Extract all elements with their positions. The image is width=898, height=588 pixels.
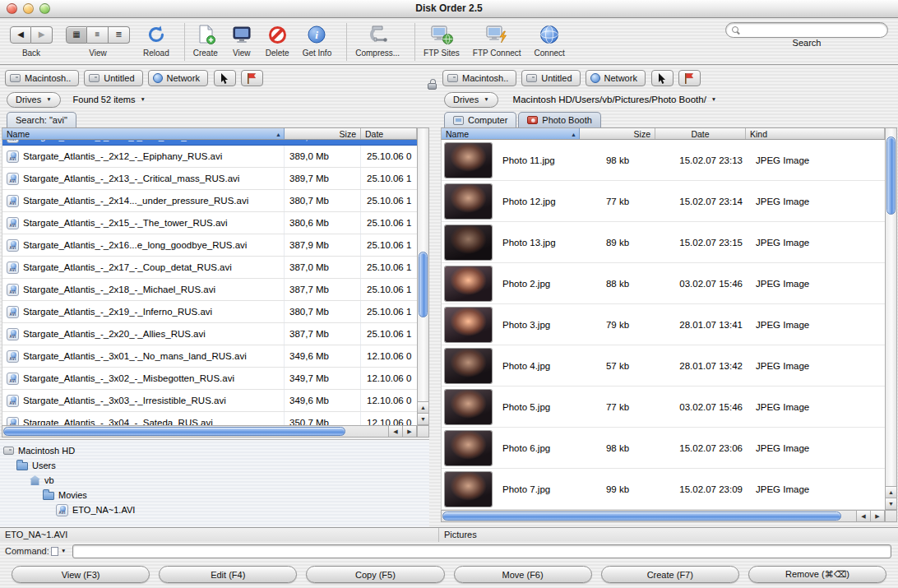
- reload-tool[interactable]: Reload: [143, 22, 169, 58]
- left-horizontal-scrollbar[interactable]: ◀ ▶: [2, 425, 417, 438]
- folder-tab[interactable]: Computer: [444, 112, 516, 127]
- drive-tab[interactable]: Macintosh..: [5, 70, 79, 86]
- connect-tool[interactable]: Connect: [535, 22, 565, 58]
- column-header-size[interactable]: Size: [580, 128, 655, 139]
- scrollbar-thumb[interactable]: [442, 512, 841, 521]
- scroll-up-button[interactable]: ▲: [418, 401, 428, 413]
- file-kind-cell: JPEG Image: [746, 387, 885, 427]
- tree-row[interactable]: Macintosh HD: [0, 443, 429, 458]
- ftp-connect-tool[interactable]: FTP Connect: [473, 22, 521, 58]
- column-header-date[interactable]: Date: [655, 128, 746, 139]
- file-row[interactable]: Stargate_Atlantis_-_3x04_-_Sateda_RUS.av…: [2, 412, 417, 425]
- left-drives-button[interactable]: Drives ▼: [7, 92, 61, 108]
- drive-tab[interactable]: Network: [148, 70, 208, 86]
- path-dropdown[interactable]: Macintosh HD/Users/vb/Pictures/Photo Boo…: [513, 95, 717, 104]
- create-tool[interactable]: Create: [193, 22, 218, 58]
- column-header-name[interactable]: Name ▲: [442, 128, 580, 139]
- scroll-left-button[interactable]: ◀: [856, 511, 870, 521]
- scroll-down-button[interactable]: ▼: [418, 413, 428, 424]
- file-row[interactable]: Stargate_Atlantis_-_3x02_-_Misbegotten_R…: [2, 368, 417, 390]
- file-row[interactable]: Stargate_Atlantis_-_2x15_-_The_tower_RUS…: [2, 212, 417, 234]
- scrollbar-thumb[interactable]: [419, 252, 428, 317]
- scroll-right-button[interactable]: ▶: [402, 426, 416, 437]
- drive-tab[interactable]: Network: [586, 70, 646, 86]
- forward-button[interactable]: ▶: [31, 26, 53, 44]
- pointer-tool-button[interactable]: [214, 70, 236, 86]
- tree-row[interactable]: ETO_NA~1.AVI: [0, 502, 429, 517]
- scroll-up-button[interactable]: ▲: [886, 486, 896, 498]
- command-input[interactable]: [72, 544, 891, 558]
- file-name-cell: Stargate_Atlantis_-_3x04_-_Sateda_RUS.av…: [2, 412, 285, 425]
- function-button[interactable]: View (F3): [12, 566, 150, 583]
- file-row[interactable]: Stargate_Atlantis_-_2x18_-_Michael_RUS.a…: [2, 279, 417, 301]
- file-row[interactable]: Photo 12.jpg 77 kb 15.02.07 23:14 JPEG I…: [442, 181, 885, 222]
- search-box[interactable]: [725, 22, 888, 38]
- file-row[interactable]: Stargate_Atlantis_-_2x17_-_Coup_detat_RU…: [2, 257, 417, 279]
- search-input[interactable]: [744, 24, 882, 36]
- scrollbar-thumb[interactable]: [886, 137, 896, 215]
- avi-file-icon: [7, 195, 19, 207]
- found-items-dropdown[interactable]: Found 52 items ▼: [73, 95, 146, 104]
- file-row[interactable]: Photo 11.jpg 98 kb 15.02.07 23:13 JPEG I…: [442, 140, 885, 181]
- tree-row[interactable]: Movies: [0, 488, 429, 502]
- search-results-tab[interactable]: Search: "avi": [7, 112, 76, 127]
- compress-tool[interactable]: Compress...: [355, 22, 400, 58]
- file-row[interactable]: Photo 5.jpg 77 kb 03.02.07 15:46 JPEG Im…: [442, 387, 885, 428]
- hot-list-button[interactable]: [678, 70, 701, 86]
- column-header-size[interactable]: Size: [285, 128, 361, 139]
- column-header-name[interactable]: Name ▲: [2, 128, 285, 139]
- file-row[interactable]: Photo 4.jpg 57 kb 28.01.07 13:42 JPEG Im…: [442, 345, 885, 387]
- drive-tab[interactable]: Untitled: [84, 70, 142, 86]
- connect-label: Connect: [535, 49, 565, 58]
- tree-row[interactable]: Users: [0, 458, 429, 473]
- file-row[interactable]: Stargate_Atlantis_-_2x20_-_Allies_RUS.av…: [2, 323, 417, 345]
- file-row[interactable]: Photo 3.jpg 79 kb 28.01.07 13:41 JPEG Im…: [442, 304, 885, 345]
- right-horizontal-scrollbar[interactable]: ◀ ▶: [441, 510, 885, 522]
- right-drives-button[interactable]: Drives ▼: [444, 92, 498, 108]
- folder-tab[interactable]: Photo Booth: [518, 112, 601, 127]
- hot-list-button[interactable]: [241, 70, 263, 86]
- scrollbar-thumb[interactable]: [3, 427, 345, 436]
- function-button[interactable]: Remove (⌘⌫): [748, 566, 886, 583]
- file-row[interactable]: Stargate_Atlantis_-_2x14..._under_pressu…: [2, 190, 417, 212]
- ftp-connect-label: FTP Connect: [473, 49, 521, 58]
- file-row[interactable]: Stargate_Atlantis_-_2x16...e_long_goodby…: [2, 234, 417, 257]
- file-row[interactable]: Photo 2.jpg 88 kb 03.02.07 15:46 JPEG Im…: [442, 263, 885, 304]
- function-button[interactable]: Edit (F4): [159, 566, 297, 583]
- drive-tab[interactable]: Macintosh..: [442, 70, 516, 86]
- get-info-tool[interactable]: i Get Info: [303, 22, 332, 58]
- ftp-sites-tool[interactable]: FTP Sites: [424, 22, 460, 58]
- function-button[interactable]: Create (F7): [601, 566, 739, 583]
- right-table-header: Name ▲ Size Date Kind: [441, 127, 885, 140]
- icon-view-button[interactable]: ▦: [66, 26, 87, 44]
- left-vertical-scrollbar[interactable]: ▲ ▼: [417, 127, 429, 425]
- right-vertical-scrollbar[interactable]: ▲ ▼: [885, 127, 897, 510]
- command-history-button[interactable]: ▼: [51, 544, 71, 558]
- drive-tab[interactable]: Untitled: [521, 70, 580, 86]
- file-row[interactable]: Stargate_Atlantis_-_2x13_-_Critical_mass…: [2, 168, 417, 190]
- file-row[interactable]: Stargate_Atlantis_-_3x03_-_Irresistible_…: [2, 390, 417, 412]
- file-row[interactable]: Photo 6.jpg 98 kb 15.02.07 23:06 JPEG Im…: [442, 428, 885, 469]
- file-row[interactable]: Photo 7.jpg 99 kb 15.02.07 23:09 JPEG Im…: [442, 469, 885, 510]
- file-row[interactable]: Stargate_Atlantis_-_2x11_-_The_hive_RUS.…: [2, 140, 417, 146]
- scroll-left-button[interactable]: ◀: [388, 426, 402, 437]
- function-button[interactable]: Move (F6): [454, 566, 592, 583]
- scroll-right-button[interactable]: ▶: [870, 511, 884, 521]
- detail-view-button[interactable]: ≣: [109, 26, 130, 44]
- column-header-date[interactable]: Date: [361, 128, 417, 139]
- back-button[interactable]: ◀: [10, 26, 31, 44]
- file-row[interactable]: Stargate_Atlantis_-_2x12_-_Epiphany_RUS.…: [2, 146, 417, 168]
- file-row[interactable]: Photo 13.jpg 89 kb 15.02.07 23:15 JPEG I…: [442, 222, 885, 263]
- function-button[interactable]: Copy (F5): [306, 566, 444, 583]
- file-size-cell: 57 kb: [580, 345, 655, 386]
- preview-tool[interactable]: View: [231, 22, 252, 58]
- delete-tool[interactable]: Delete: [266, 22, 289, 58]
- file-row[interactable]: Stargate_Atlantis_-_3x01_-_No_mans_land_…: [2, 345, 417, 368]
- scroll-down-button[interactable]: ▼: [886, 498, 896, 509]
- column-header-label: Size: [340, 129, 356, 139]
- tree-row[interactable]: vb: [0, 473, 429, 488]
- column-header-kind[interactable]: Kind: [746, 128, 885, 139]
- pointer-tool-button[interactable]: [651, 70, 674, 86]
- list-view-button[interactable]: ≡: [87, 26, 109, 44]
- file-row[interactable]: Stargate_Atlantis_-_2x19_-_Inferno_RUS.a…: [2, 301, 417, 323]
